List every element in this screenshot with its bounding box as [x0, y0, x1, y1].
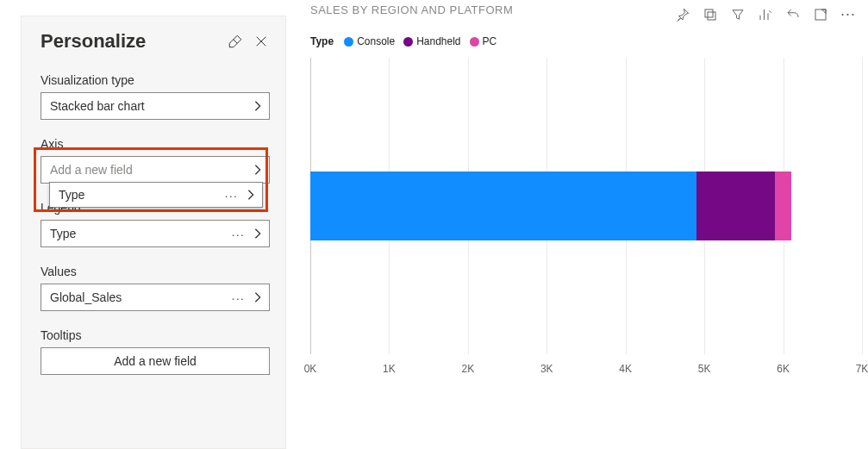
axis-field-well[interactable]: Add a new field — [41, 156, 270, 184]
chevron-right-icon — [247, 189, 255, 201]
stacked-bar[interactable] — [310, 171, 791, 240]
svg-rect-0 — [708, 12, 715, 20]
chart-toolbar: ··· — [675, 3, 856, 23]
pin-icon[interactable] — [675, 7, 690, 22]
chevron-right-icon — [253, 291, 262, 303]
value-values: Global_Sales — [50, 290, 122, 304]
chevron-right-icon — [253, 100, 262, 112]
legend-swatch — [344, 37, 353, 47]
legend-title: Type — [310, 35, 334, 47]
focus-mode-icon[interactable] — [813, 7, 828, 22]
chevron-right-icon — [253, 164, 262, 176]
section-axis: Axis Add a new field — [41, 137, 270, 184]
panel-header: Personalize — [41, 30, 270, 53]
chart-header: SALES BY REGION AND PLATFORM ··· — [310, 3, 856, 23]
legend-swatch — [470, 37, 479, 47]
value-visualization-type: Stacked bar chart — [50, 99, 145, 113]
tick-label: 0K — [304, 363, 317, 375]
add-tooltip-field-button[interactable]: Add a new field — [41, 347, 270, 375]
tick-label: 1K — [383, 363, 396, 375]
drag-field-label: Type — [59, 188, 84, 202]
svg-rect-1 — [705, 9, 713, 17]
label-visualization-type: Visualization type — [41, 73, 270, 87]
value-legend: Type — [50, 227, 76, 240]
more-options-icon[interactable]: ··· — [231, 291, 245, 304]
bar-segment-handheld[interactable] — [696, 171, 775, 240]
legend-label: Handheld — [416, 35, 460, 47]
select-visualization-type[interactable]: Stacked bar chart — [41, 92, 270, 120]
add-tooltip-field-label: Add a new field — [114, 354, 197, 368]
legend-field-well[interactable]: Type ··· — [41, 220, 270, 247]
more-options-icon[interactable]: ··· — [231, 228, 245, 240]
gridline — [862, 58, 863, 354]
app-root: Personalize Visualization type Stacked b… — [0, 0, 868, 449]
tick-label: 7K — [856, 363, 868, 375]
label-values: Values — [41, 265, 270, 278]
eraser-icon[interactable] — [227, 33, 244, 50]
chart-legend: Type ConsoleHandheldPC — [310, 35, 856, 47]
filter-icon[interactable] — [730, 7, 746, 22]
close-icon[interactable] — [253, 33, 270, 50]
bar-segment-pc[interactable] — [775, 171, 790, 240]
chart-plot: 0K1K2K3K4K5K6K7K — [310, 58, 856, 375]
tick-label: 6K — [777, 363, 790, 375]
axis-placeholder: Add a new field — [50, 163, 133, 177]
legend-label: PC — [483, 35, 497, 47]
panel-header-actions — [227, 33, 270, 50]
section-visualization-type: Visualization type Stacked bar chart — [41, 73, 270, 120]
values-field-well[interactable]: Global_Sales ··· — [41, 284, 270, 311]
personalize-panel: Personalize Visualization type Stacked b… — [21, 16, 286, 449]
legend-swatch — [403, 37, 413, 47]
legend-label: Console — [357, 35, 395, 47]
label-axis: Axis — [41, 137, 270, 151]
section-tooltips: Tooltips Add a new field — [41, 328, 270, 375]
label-tooltips: Tooltips — [41, 328, 270, 342]
chart-title: SALES BY REGION AND PLATFORM — [310, 3, 513, 16]
tick-label: 5K — [698, 363, 711, 375]
bar-segment-console[interactable] — [310, 171, 696, 240]
more-options-icon[interactable]: ··· — [840, 5, 856, 23]
legend-item[interactable]: Console — [344, 35, 395, 47]
more-options-icon[interactable]: ··· — [224, 189, 238, 202]
section-values: Values Global_Sales ··· — [41, 265, 270, 311]
personalize-visual-icon[interactable] — [758, 7, 773, 22]
tick-label: 2K — [462, 363, 475, 375]
copy-icon[interactable] — [703, 7, 718, 22]
chevron-right-icon — [253, 228, 262, 240]
drag-field-type[interactable]: Type ··· — [49, 182, 263, 208]
section-legend: Legend Type ··· — [41, 201, 270, 247]
legend-item[interactable]: PC — [470, 35, 497, 47]
tick-label: 4K — [619, 363, 632, 375]
tick-label: 3K — [540, 363, 553, 375]
panel-title: Personalize — [41, 30, 146, 53]
legend-item[interactable]: Handheld — [403, 35, 460, 47]
chart-area: SALES BY REGION AND PLATFORM ··· Type Co… — [286, 0, 868, 449]
svg-rect-2 — [815, 9, 826, 20]
undo-icon[interactable] — [785, 7, 801, 22]
